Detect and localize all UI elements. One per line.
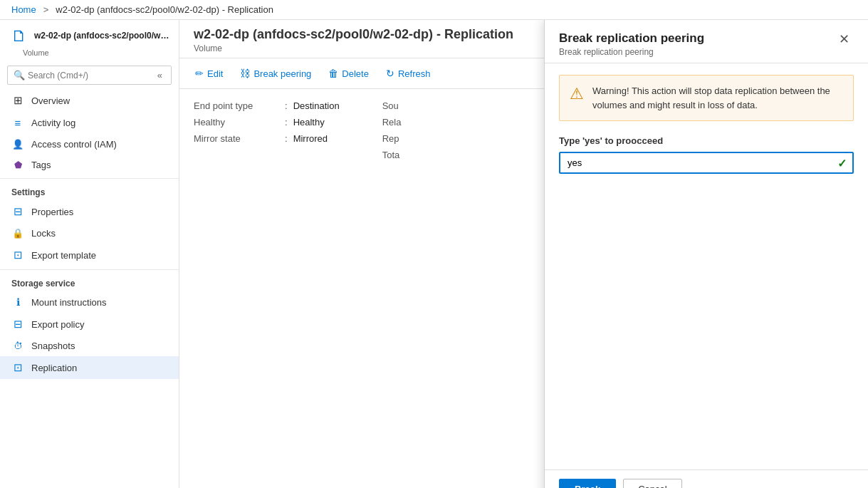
- break-peering-label: Break peering: [253, 68, 311, 79]
- break-peering-button[interactable]: ⛓ Break peering: [233, 64, 318, 83]
- sidebar-item-properties[interactable]: ⊟ Properties: [0, 200, 179, 223]
- delete-label: Delete: [342, 68, 369, 79]
- export-template-icon: ⊡: [11, 249, 24, 261]
- delete-icon: 🗑: [328, 68, 338, 79]
- content-panel-wrap: w2-02-dp (anfdocs-sc2/pool0/w2-02-dp) - …: [179, 20, 868, 488]
- sidebar-item-tags[interactable]: ⬟ Tags: [0, 155, 179, 175]
- yes-input[interactable]: [559, 152, 854, 174]
- break-peering-icon: ⛓: [240, 68, 250, 79]
- detail-row-healthy: Healthy : Healthy: [194, 117, 340, 128]
- sidebar-item-label-export-policy: Export policy: [31, 319, 84, 330]
- detail-row-sou: Sou: [382, 100, 468, 111]
- search-icon: 🔍: [14, 70, 25, 81]
- mirror-state-label: Mirror state: [194, 133, 279, 144]
- mirror-state-value: Mirrored: [293, 133, 328, 144]
- endpoint-label: End point type: [194, 100, 279, 111]
- break-replication-panel: Break replication peering Break replicat…: [544, 20, 868, 488]
- check-icon: ✓: [837, 156, 847, 170]
- activity-log-icon: ≡: [11, 117, 24, 129]
- sidebar-item-label-activity-log: Activity log: [31, 118, 75, 128]
- sidebar-item-label-snapshots: Snapshots: [31, 341, 75, 351]
- detail-row-rela: Rela: [382, 117, 468, 128]
- locks-icon: 🔒: [11, 228, 24, 239]
- detail-row-mirror-state: Mirror state : Mirrored: [194, 133, 340, 144]
- settings-section-label: Settings: [0, 178, 179, 200]
- detail-row-rep: Rep: [382, 133, 468, 144]
- warning-icon: ⚠: [570, 85, 584, 103]
- yes-input-wrap: ✓: [559, 152, 854, 174]
- snapshots-icon: ⏱: [11, 341, 24, 351]
- search-input[interactable]: [28, 71, 155, 81]
- sidebar-search-wrap: 🔍 «: [7, 66, 172, 85]
- sidebar-item-activity-log[interactable]: ≡ Activity log: [0, 112, 179, 134]
- breadcrumb-home[interactable]: Home: [11, 4, 36, 15]
- mount-instructions-icon: ℹ: [11, 296, 24, 308]
- sidebar-item-label-tags: Tags: [31, 160, 51, 170]
- sou-label: Sou: [382, 100, 468, 111]
- sidebar-item-label-locks: Locks: [31, 228, 56, 239]
- sidebar-subtitle: Volume: [23, 48, 179, 57]
- rep-label: Rep: [382, 133, 468, 144]
- sidebar-item-label-overview: Overview: [31, 95, 70, 106]
- volume-icon: 🗋: [11, 27, 27, 46]
- panel-close-button[interactable]: ✕: [835, 31, 854, 47]
- edit-label: Edit: [207, 68, 223, 79]
- sidebar-search-container: 🔍 «: [0, 61, 179, 89]
- type-yes-label: Type 'yes' to proocceed: [559, 135, 854, 146]
- healthy-label: Healthy: [194, 117, 279, 128]
- sidebar-item-locks[interactable]: 🔒 Locks: [0, 223, 179, 244]
- sidebar-item-label-properties: Properties: [31, 207, 73, 217]
- sidebar-item-replication[interactable]: ⊡ Replication: [0, 356, 179, 379]
- warning-box: ⚠ Warning! This action will stop data re…: [559, 75, 854, 121]
- cancel-button[interactable]: Cancel: [623, 479, 681, 488]
- refresh-label: Refresh: [398, 68, 431, 79]
- sidebar-item-label-mount-instructions: Mount instructions: [31, 297, 107, 308]
- sidebar-item-access-control[interactable]: 👤 Access control (IAM): [0, 134, 179, 155]
- sidebar-item-export-policy[interactable]: ⊟ Export policy: [0, 313, 179, 336]
- panel-subtitle: Break replication peering: [559, 47, 704, 57]
- sidebar-item-label-access-control: Access control (IAM): [31, 139, 117, 150]
- panel-body: ⚠ Warning! This action will stop data re…: [545, 63, 868, 469]
- sidebar-title: w2-02-dp (anfdocs-sc2/pool0/w2-02-dp) - …: [34, 31, 169, 42]
- detail-row-tota: Tota: [382, 150, 468, 160]
- breadcrumb-current: w2-02-dp (anfdocs-sc2/pool0/w2-02-dp) - …: [56, 4, 273, 15]
- sidebar: 🗋 w2-02-dp (anfdocs-sc2/pool0/w2-02-dp) …: [0, 20, 179, 488]
- sidebar-item-snapshots[interactable]: ⏱ Snapshots: [0, 336, 179, 356]
- replication-icon: ⊡: [11, 361, 24, 374]
- storage-section-label: Storage service: [0, 269, 179, 291]
- panel-footer: Break Cancel: [545, 469, 868, 488]
- endpoint-value: Destination: [293, 100, 340, 111]
- refresh-icon: ↻: [386, 68, 394, 79]
- sidebar-item-export-template[interactable]: ⊡ Export template: [0, 244, 179, 266]
- sidebar-item-label-replication: Replication: [31, 363, 77, 373]
- delete-button[interactable]: 🗑 Delete: [321, 64, 376, 83]
- sidebar-item-mount-instructions[interactable]: ℹ Mount instructions: [0, 291, 179, 313]
- panel-title: Break replication peering: [559, 31, 704, 46]
- rela-label: Rela: [382, 117, 468, 128]
- overview-icon: ⊞: [11, 94, 24, 107]
- export-policy-icon: ⊟: [11, 318, 24, 331]
- sidebar-item-overview[interactable]: ⊞ Overview: [0, 89, 179, 112]
- sidebar-collapse-button[interactable]: «: [155, 68, 165, 82]
- detail-row-endpoint: End point type : Destination: [194, 100, 340, 111]
- top-bar: Home > w2-02-dp (anfdocs-sc2/pool0/w2-02…: [0, 0, 868, 20]
- main-layout: 🗋 w2-02-dp (anfdocs-sc2/pool0/w2-02-dp) …: [0, 20, 868, 488]
- warning-text: Warning! This action will stop data repl…: [592, 84, 843, 112]
- refresh-button[interactable]: ↻ Refresh: [379, 64, 438, 83]
- break-button[interactable]: Break: [559, 479, 616, 488]
- edit-button[interactable]: ✏ Edit: [188, 64, 230, 83]
- sidebar-item-label-export-template: Export template: [31, 250, 96, 261]
- healthy-value: Healthy: [293, 117, 325, 128]
- sidebar-header: 🗋 w2-02-dp (anfdocs-sc2/pool0/w2-02-dp) …: [0, 20, 179, 48]
- properties-icon: ⊟: [11, 205, 24, 218]
- tota-label: Tota: [382, 150, 468, 160]
- breadcrumb-sep: >: [43, 4, 49, 15]
- access-control-icon: 👤: [11, 139, 24, 150]
- panel-header: Break replication peering Break replicat…: [545, 20, 868, 63]
- edit-icon: ✏: [195, 68, 204, 79]
- tags-icon: ⬟: [11, 160, 24, 170]
